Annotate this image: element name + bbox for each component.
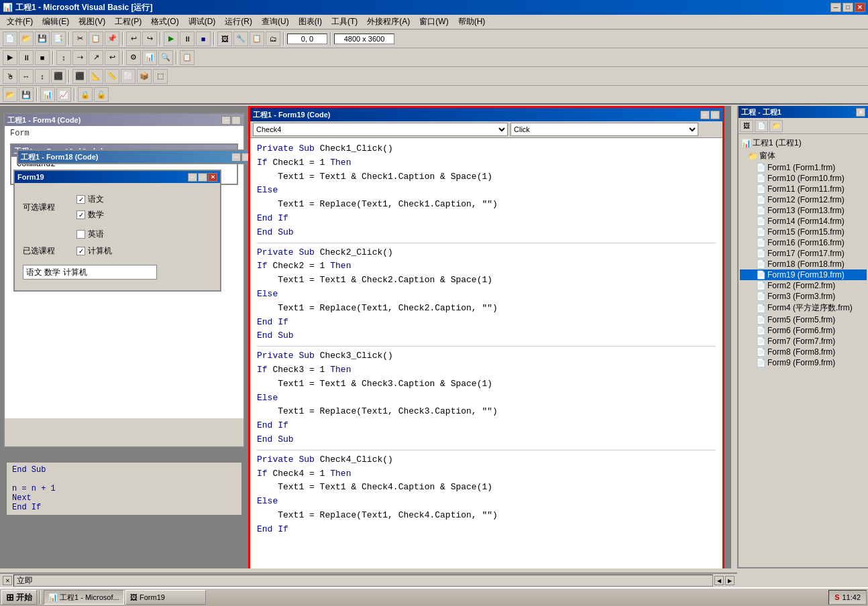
tb4-icon5[interactable]: 🔒	[78, 87, 93, 102]
taskbar-task-1[interactable]: 🖼 Form19	[125, 590, 206, 605]
pause-icon[interactable]: ⏸	[180, 32, 195, 46]
stop-icon[interactable]: ■	[196, 32, 211, 46]
tb4-icon3[interactable]: 📊	[40, 87, 55, 102]
taskbar-task-0[interactable]: 📊 工程1 - Microsof...	[44, 590, 124, 605]
code-main-min[interactable]: ─	[700, 111, 710, 119]
tb3-icon7[interactable]: 📏	[105, 69, 119, 84]
form4-max[interactable]: □	[231, 116, 241, 125]
form-item-11[interactable]: 📄Form2 (Form2.frm)	[740, 280, 867, 291]
tb2-icon1[interactable]: ▶	[3, 50, 17, 65]
form18-min[interactable]: ─	[231, 153, 241, 162]
form-item-0[interactable]: 📄Form1 (Form1.frm)	[740, 162, 867, 173]
form-item-4[interactable]: 📄Form13 (Form13.frm)	[740, 205, 867, 216]
form-item-14[interactable]: 📄Form5 (Form5.frm)	[740, 314, 867, 325]
scroll-left-btn[interactable]: ◀	[714, 576, 724, 585]
new-icon[interactable]: 📄	[3, 32, 17, 46]
undo-icon[interactable]: ↩	[126, 32, 141, 46]
tb2-icon9[interactable]: 📊	[142, 50, 157, 65]
paste-icon[interactable]: 📌	[105, 32, 119, 46]
tb3-icon3[interactable]: ↕	[35, 69, 50, 84]
form19-close-btn[interactable]: ✕	[208, 173, 217, 182]
tb4-icon2[interactable]: 💾	[19, 87, 34, 102]
cut-icon[interactable]: ✂	[72, 32, 87, 46]
form-item-13[interactable]: 📄Form4 (平方逆序数.frm)	[740, 302, 867, 314]
form-item-6[interactable]: 📄Form15 (Form15.frm)	[740, 227, 867, 237]
menu-project[interactable]: 工程(P)	[111, 15, 146, 29]
menu-addins[interactable]: 外接程序(A)	[363, 15, 414, 29]
form-item-3[interactable]: 📄Form12 (Form12.frm)	[740, 194, 867, 205]
menu-help[interactable]: 帮助(H)	[454, 15, 490, 29]
tb3-icon5[interactable]: ⬛	[72, 69, 87, 84]
minimize-button[interactable]: ─	[830, 3, 841, 12]
form4-min[interactable]: ─	[221, 116, 231, 125]
menu-run[interactable]: 运行(R)	[221, 15, 256, 29]
toggle-folders-btn[interactable]: 📁	[769, 120, 783, 132]
form-item-10[interactable]: 📄Form19 (Form19.frm)	[740, 269, 867, 280]
form-item-18[interactable]: 📄Form9 (Form9.frm)	[740, 357, 867, 368]
toolbox-icon[interactable]: 🔧	[233, 32, 248, 46]
form-item-16[interactable]: 📄Form7 (Form7.frm)	[740, 336, 867, 347]
code-main-max[interactable]: □	[710, 111, 720, 119]
menu-chart[interactable]: 图表(I)	[294, 15, 326, 29]
explorer-icon[interactable]: 🗂	[266, 32, 280, 46]
form19-max-btn[interactable]: □	[198, 173, 207, 182]
scroll-right-btn[interactable]: ▶	[725, 576, 735, 585]
right-close-btn[interactable]: ✕	[856, 108, 865, 117]
code-content-area[interactable]: Private Sub Check1_Click() If Check1 = 1…	[250, 138, 722, 568]
menu-format[interactable]: 格式(O)	[147, 15, 182, 29]
form-item-7[interactable]: 📄Form16 (Form16.frm)	[740, 237, 867, 248]
run-icon[interactable]: ▶	[164, 32, 178, 46]
view-code-btn[interactable]: 📄	[755, 120, 768, 132]
form-item-2[interactable]: 📄Form11 (Form11.frm)	[740, 184, 867, 194]
save-icon[interactable]: 💾	[35, 32, 50, 46]
menu-query[interactable]: 查询(U)	[258, 15, 293, 29]
tb3-icon10[interactable]: ⬚	[153, 69, 168, 84]
tb4-icon6[interactable]: 🔓	[94, 87, 109, 102]
tb3-icon6[interactable]: 📐	[89, 69, 103, 84]
form-item-12[interactable]: 📄Form3 (Form3.frm)	[740, 291, 867, 302]
tb2-icon3[interactable]: ■	[35, 50, 50, 65]
form-item-17[interactable]: 📄Form8 (Form8.frm)	[740, 347, 867, 357]
view-object-btn[interactable]: 🖼	[740, 120, 753, 132]
menu-edit[interactable]: 编辑(E)	[38, 15, 73, 29]
tb2-icon11[interactable]: 📋	[180, 50, 195, 65]
tb2-icon2[interactable]: ⏸	[19, 50, 34, 65]
close-button[interactable]: ✕	[855, 3, 865, 12]
menu-debug[interactable]: 调试(D)	[184, 15, 220, 29]
tb2-icon6[interactable]: ↗	[89, 50, 103, 65]
project-root[interactable]: 📊 工程1 (工程1)	[740, 137, 867, 149]
tb3-icon8[interactable]: ⬜	[121, 69, 135, 84]
form19-min-btn[interactable]: ─	[188, 173, 197, 182]
form-icon[interactable]: 🖼	[217, 32, 232, 46]
redo-icon[interactable]: ↪	[142, 32, 157, 46]
form19-text-input[interactable]	[23, 265, 157, 280]
tb2-icon10[interactable]: 🔍	[158, 50, 173, 65]
tb3-icon4[interactable]: ⬛	[51, 69, 66, 84]
tb3-icon1[interactable]: 🖱	[3, 69, 17, 84]
maximize-button[interactable]: □	[843, 3, 853, 12]
form-item-15[interactable]: 📄Form6 (Form6.frm)	[740, 325, 867, 336]
copy-icon[interactable]: 📋	[89, 32, 103, 46]
form-item-8[interactable]: 📄Form17 (Form17.frm)	[740, 248, 867, 259]
start-button[interactable]: ⊞ 开始	[1, 590, 37, 605]
tb2-icon5[interactable]: ⇢	[72, 50, 87, 65]
status-close-btn[interactable]: ✕	[3, 576, 12, 585]
menu-file[interactable]: 文件(F)	[3, 15, 37, 29]
tb4-icon1[interactable]: 📂	[3, 87, 17, 102]
tb4-icon4[interactable]: 📈	[56, 87, 71, 102]
form-item-1[interactable]: 📄Form10 (Form10.frm)	[740, 173, 867, 184]
tb3-icon2[interactable]: ↔	[19, 69, 34, 84]
check-yingyu-box[interactable]	[76, 230, 85, 239]
props-icon[interactable]: 📋	[250, 32, 264, 46]
event-dropdown[interactable]: Click	[510, 123, 698, 136]
menu-window[interactable]: 窗口(W)	[415, 15, 452, 29]
tb2-icon4[interactable]: ↕	[56, 50, 71, 65]
form-item-9[interactable]: 📄Form18 (Form18.frm)	[740, 259, 867, 269]
menu-tools[interactable]: 工具(T)	[327, 15, 362, 29]
tb3-icon9[interactable]: 📦	[137, 69, 152, 84]
menu-view[interactable]: 视图(V)	[74, 15, 109, 29]
open-icon[interactable]: 📂	[19, 32, 34, 46]
check-shuxue-box[interactable]: ✓	[76, 210, 85, 219]
check-jisuanji-box[interactable]: ✓	[76, 247, 85, 255]
object-dropdown[interactable]: Check4	[253, 123, 508, 136]
